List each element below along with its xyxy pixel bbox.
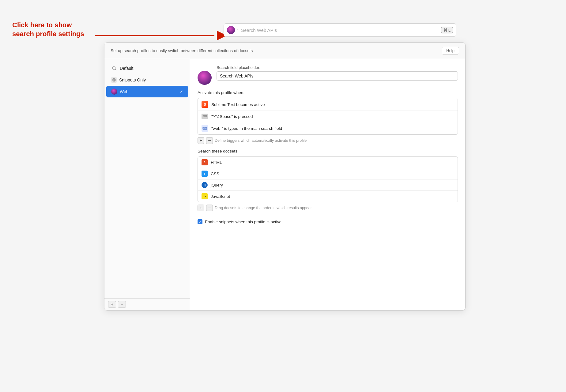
docsets-control-bar: + − Drag docsets to change the order in …: [198, 205, 458, 211]
sidebar-item-snippets[interactable]: ⓪ Snippets Only: [106, 74, 188, 85]
sublime-icon: S: [202, 101, 208, 108]
sidebar-item-label-snippets: Snippets Only: [119, 77, 183, 82]
chevron-down-icon: ⌃: [236, 28, 239, 32]
docset-item-jquery[interactable]: Q jQuery: [198, 179, 458, 191]
snippets-checkbox[interactable]: [198, 219, 202, 224]
main-panel: Set up search profiles to easily switch …: [104, 42, 466, 311]
add-trigger-button[interactable]: +: [198, 137, 204, 144]
sidebar-bottom-controls: + −: [104, 298, 190, 310]
field-label: Search field placeholder:: [217, 65, 458, 70]
content-area: Default ⓪ Snippets Only Web ✓: [104, 59, 465, 310]
sidebar-item-web[interactable]: Web ✓: [106, 86, 188, 97]
snippets-icon: ⓪: [111, 77, 117, 83]
profile-field-group: Search field placeholder:: [217, 65, 458, 81]
docsets-label: Search these docsets:: [198, 149, 458, 153]
web-icon: [111, 89, 117, 95]
docset-name-css: CSS: [211, 172, 219, 176]
sidebar-item-label-default: Default: [120, 66, 183, 71]
remove-trigger-button[interactable]: −: [206, 137, 213, 144]
svg-line-1: [115, 69, 116, 70]
docsets-hint: Drag docsets to change the order in whic…: [215, 206, 312, 210]
js-icon: JS: [202, 193, 208, 199]
add-docset-button[interactable]: +: [198, 205, 204, 211]
sidebar: Default ⓪ Snippets Only Web ✓: [104, 59, 190, 310]
sidebar-item-default[interactable]: Default: [106, 62, 188, 74]
search-icon: [111, 65, 117, 71]
shortcut-cmd-symbol: ⌘: [443, 28, 448, 32]
info-bar: Set up search profiles to easily switch …: [104, 43, 465, 59]
search-placeholder: Search Web APIs: [241, 28, 441, 33]
search-profile-icon[interactable]: [227, 26, 235, 34]
trigger-item-sublime[interactable]: S Sublime Text becomes active: [198, 98, 458, 111]
trigger-control-bar: + − Define triggers which automatically …: [198, 137, 458, 144]
activate-label: Activate this profile when:: [198, 90, 458, 95]
html-icon: 5: [202, 159, 208, 165]
search-bar[interactable]: ⌃ Search Web APIs ⌘ L: [224, 23, 456, 37]
jquery-icon: Q: [202, 182, 208, 188]
detail-panel: Search field placeholder: Activate this …: [190, 59, 465, 310]
docset-name-html: HTML: [211, 160, 222, 165]
search-field-input[interactable]: [217, 71, 458, 81]
trigger-hint: Define triggers which automatically acti…: [215, 138, 307, 143]
trigger-text-field: "web:" is typed in the main search field: [211, 126, 282, 131]
sidebar-item-label-web: Web: [120, 89, 177, 94]
help-button[interactable]: Help: [442, 47, 459, 55]
info-bar-text: Set up search profiles to easily switch …: [111, 48, 253, 53]
keyboard-icon: ⌨: [202, 114, 208, 119]
profile-header: Search field placeholder:: [198, 65, 458, 85]
checkmark-icon: ✓: [180, 89, 183, 94]
snippets-checkbox-label: Enable snippets when this profile is act…: [205, 220, 281, 224]
add-profile-button[interactable]: +: [108, 301, 116, 308]
trigger-item-keyboard[interactable]: ⌨ "^⌥Space" is pressed: [198, 111, 458, 122]
trigger-item-field[interactable]: ⌨ "web:" is typed in the main search fie…: [198, 122, 458, 134]
trigger-text-sublime: Sublime Text becomes active: [211, 102, 265, 107]
shortcut-letter: L: [448, 28, 451, 32]
docset-item-html[interactable]: 5 HTML: [198, 157, 458, 168]
docset-item-css[interactable]: 5 CSS: [198, 168, 458, 179]
docsets-list: 5 HTML 5 CSS Q jQuery JS JavaScript: [198, 156, 458, 202]
sidebar-items: Default ⓪ Snippets Only Web ✓: [104, 59, 190, 298]
remove-docset-button[interactable]: −: [206, 205, 213, 211]
profile-icon-large: [198, 71, 212, 85]
snippets-checkbox-row[interactable]: Enable snippets when this profile is act…: [198, 216, 458, 225]
docset-name-javascript: JavaScript: [211, 194, 230, 199]
css-icon: 5: [202, 171, 208, 177]
annotation-text: Click here to showsearch profile setting…: [12, 21, 95, 38]
trigger-list: S Sublime Text becomes active ⌨ "^⌥Space…: [198, 98, 458, 135]
field-icon: ⌨: [202, 125, 208, 132]
docset-name-jquery: jQuery: [211, 183, 223, 187]
remove-profile-button[interactable]: −: [118, 301, 126, 308]
trigger-text-keyboard: "^⌥Space" is pressed: [211, 114, 253, 119]
annotation-arrow: [95, 29, 227, 42]
shortcut-badge: ⌘ L: [441, 27, 453, 33]
docset-item-javascript[interactable]: JS JavaScript: [198, 191, 458, 202]
